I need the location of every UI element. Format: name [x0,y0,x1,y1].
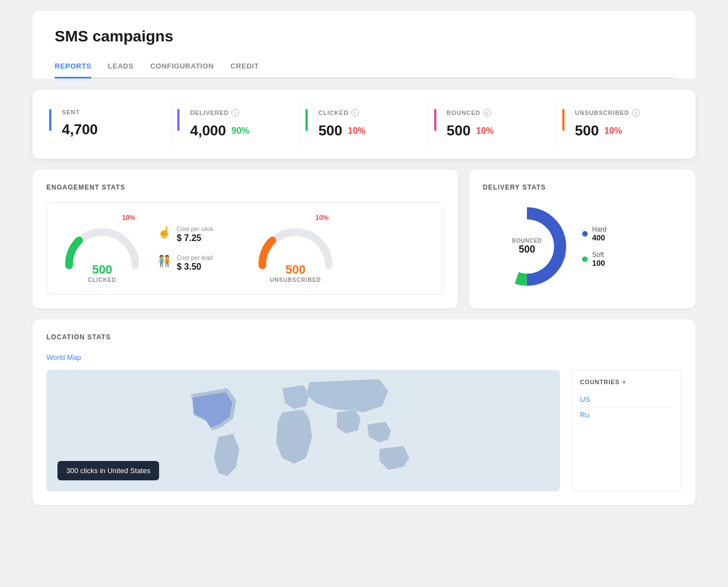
hard-details: Hard 400 [592,226,606,242]
bounced-label: BOUNCED i [447,109,542,117]
cost-per-click-value: $ 7.25 [177,233,213,243]
countries-panel: COUNTRIES ▾ US Ru [571,370,682,491]
hard-dot [582,231,588,237]
map-tooltip: 300 clicks in United States [57,461,159,480]
unsub-gauge-svg [254,224,337,268]
clicked-gauge-svg [61,224,144,268]
engagement-title: ENGAGEMENT STATS [46,184,444,191]
cost-per-click-label: Cost per click [177,226,213,232]
donut-center: BOUNCED 500 [512,238,542,255]
delivered-label: DELIVERED i [190,109,286,117]
unsubscribed-accent [562,109,565,131]
unsub-gauge-pct: 10% [315,214,329,222]
donut-center-label: BOUNCED [512,238,542,244]
main-content: ENGAGEMENT STATS 10% 500 CLICKED [33,170,695,308]
cost-metrics: ☝️ Cost per click $ 7.25 🧑‍🤝‍🧑 Cost per … [157,226,240,272]
country-ru[interactable]: Ru [580,407,673,422]
unsubscribed-value: 500 10% [575,122,671,139]
tabs-nav: REPORTS LEADS CONFIGURATION CREDIT [55,56,673,78]
delivered-accent [177,109,180,131]
clicked-gauge: 10% 500 CLICKED [58,214,146,283]
cost-per-lead-details: Cost per lead $ 3.50 [177,254,213,272]
cost-per-click-item: ☝️ Cost per click $ 7.25 [157,226,240,243]
stats-row-container: SENT 4,700 DELIVERED i 4,000 90% [33,90,695,159]
sent-label: SENT [62,109,157,116]
donut-legend: Hard 400 Soft 100 [582,226,606,268]
stat-card-unsubscribed: UNSUBSCRIBED i 500 10% [557,101,684,148]
stat-card-sent: SENT 4,700 [44,101,172,148]
stat-card-delivered: DELIVERED i 4,000 90% [172,101,300,148]
donut-container: BOUNCED 500 Hard 400 [483,202,682,291]
unsubscribed-gauge: 10% 500 UNSUBSCRIBED [251,214,340,283]
unsubscribed-label: UNSUBSCRIBED i [575,109,671,117]
clicked-gauge-value: 500 [92,263,113,277]
map-area: 300 clicks in United States [46,370,560,491]
donut-center-value: 500 [512,244,542,255]
clicked-gauge-pct: 10% [122,214,135,222]
clicked-pct: 10% [348,126,366,136]
click-icon: ☝️ [157,226,171,239]
delivered-pct: 90% [231,126,249,136]
clicked-value: 500 10% [318,122,414,139]
unsubscribed-info-icon[interactable]: i [632,109,640,117]
clicked-info-icon[interactable]: i [351,109,359,117]
bounced-value: 500 10% [447,122,542,139]
stat-card-bounced: BOUNCED i 500 10% [429,101,557,148]
engagement-inner: 10% 500 CLICKED ☝️ Cost per [46,202,444,295]
tab-leads[interactable]: LEADS [108,56,134,78]
lead-icon: 🧑‍🤝‍🧑 [157,254,171,268]
clicked-gauge-label: CLICKED [88,277,116,283]
delivered-info-icon[interactable]: i [231,109,239,117]
cost-per-lead-item: 🧑‍🤝‍🧑 Cost per lead $ 3.50 [157,254,240,272]
donut-wrapper: BOUNCED 500 [483,202,571,291]
chevron-down-icon: ▾ [623,379,626,385]
engagement-section: ENGAGEMENT STATS 10% 500 CLICKED [33,170,458,308]
legend-soft: Soft 100 [582,251,606,268]
bounced-info-icon[interactable]: i [483,109,491,117]
clicked-accent [305,109,308,131]
delivery-section: DELIVERY STATS BOUNCED 500 [469,170,695,308]
country-us[interactable]: US [580,392,673,407]
legend-hard: Hard 400 [582,226,606,242]
tab-configuration[interactable]: CONFIGURATION [150,56,214,78]
world-map-link[interactable]: World Map [46,353,81,361]
delivery-title: DELIVERY STATS [483,184,682,191]
location-section: LOCATION STATS World Map [33,319,695,505]
sent-accent [49,109,51,131]
cost-per-lead-label: Cost per lead [177,254,213,261]
tab-credit[interactable]: CREDIT [230,56,259,78]
unsub-gauge-value: 500 [286,263,306,277]
bounced-accent [434,109,436,131]
unsub-gauge-label: UNSUBSCRIBED [270,277,321,283]
tab-reports[interactable]: REPORTS [55,56,91,78]
clicked-label: CLICKED i [318,109,414,117]
cost-per-lead-value: $ 3.50 [177,262,213,272]
bounced-pct: 10% [476,126,494,136]
top-section: SMS campaigns REPORTS LEADS CONFIGURATIO… [33,11,695,78]
location-inner: 300 clicks in United States COUNTRIES ▾ … [46,370,682,491]
location-title: LOCATION STATS [46,333,682,341]
stat-card-clicked: CLICKED i 500 10% [300,101,428,148]
sent-value: 4,700 [62,121,157,138]
page-title: SMS campaigns [55,28,673,45]
unsubscribed-pct: 10% [604,126,622,136]
stats-row: SENT 4,700 DELIVERED i 4,000 90% [44,101,684,148]
delivered-value: 4,000 90% [190,122,286,139]
soft-dot [582,256,588,262]
soft-details: Soft 100 [592,251,605,268]
countries-header: COUNTRIES ▾ [580,379,673,385]
cost-per-click-details: Cost per click $ 7.25 [177,226,213,243]
